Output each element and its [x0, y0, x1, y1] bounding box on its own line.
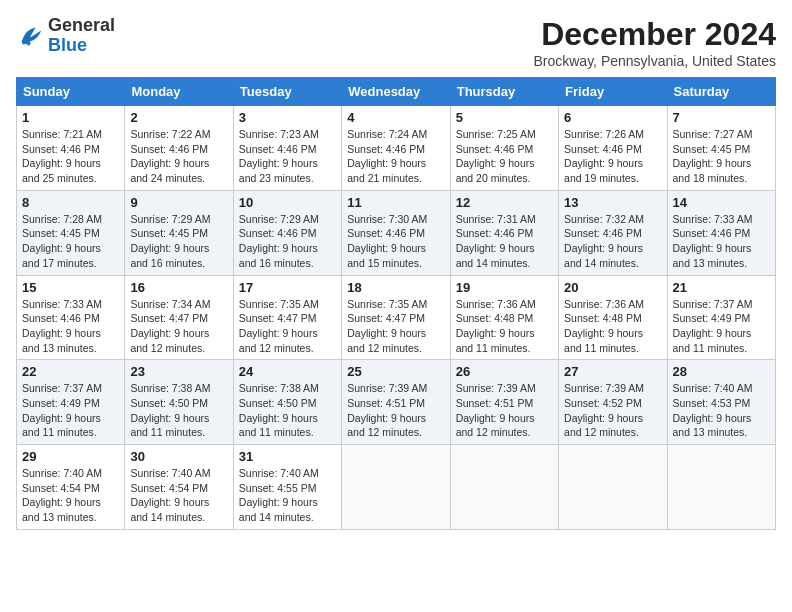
calendar-day-header: Sunday: [17, 78, 125, 106]
calendar-day-header: Thursday: [450, 78, 558, 106]
day-info: Sunrise: 7:27 AMSunset: 4:45 PMDaylight:…: [673, 127, 770, 186]
day-info: Sunrise: 7:35 AMSunset: 4:47 PMDaylight:…: [347, 297, 444, 356]
calendar-day-header: Saturday: [667, 78, 775, 106]
calendar-header-row: SundayMondayTuesdayWednesdayThursdayFrid…: [17, 78, 776, 106]
day-info: Sunrise: 7:37 AMSunset: 4:49 PMDaylight:…: [673, 297, 770, 356]
calendar-day-cell: 27Sunrise: 7:39 AMSunset: 4:52 PMDayligh…: [559, 360, 667, 445]
calendar-week-row: 1Sunrise: 7:21 AMSunset: 4:46 PMDaylight…: [17, 106, 776, 191]
calendar-day-cell: 4Sunrise: 7:24 AMSunset: 4:46 PMDaylight…: [342, 106, 450, 191]
day-number: 5: [456, 110, 553, 125]
calendar-day-cell: 20Sunrise: 7:36 AMSunset: 4:48 PMDayligh…: [559, 275, 667, 360]
day-number: 11: [347, 195, 444, 210]
calendar-body: 1Sunrise: 7:21 AMSunset: 4:46 PMDaylight…: [17, 106, 776, 530]
day-number: 31: [239, 449, 336, 464]
day-info: Sunrise: 7:32 AMSunset: 4:46 PMDaylight:…: [564, 212, 661, 271]
day-number: 6: [564, 110, 661, 125]
day-number: 30: [130, 449, 227, 464]
day-number: 15: [22, 280, 119, 295]
day-number: 8: [22, 195, 119, 210]
day-info: Sunrise: 7:40 AMSunset: 4:54 PMDaylight:…: [130, 466, 227, 525]
day-info: Sunrise: 7:23 AMSunset: 4:46 PMDaylight:…: [239, 127, 336, 186]
calendar-day-cell: 24Sunrise: 7:38 AMSunset: 4:50 PMDayligh…: [233, 360, 341, 445]
calendar-day-header: Tuesday: [233, 78, 341, 106]
day-number: 2: [130, 110, 227, 125]
calendar-day-cell: 11Sunrise: 7:30 AMSunset: 4:46 PMDayligh…: [342, 190, 450, 275]
calendar-day-cell: 25Sunrise: 7:39 AMSunset: 4:51 PMDayligh…: [342, 360, 450, 445]
calendar-day-cell: 16Sunrise: 7:34 AMSunset: 4:47 PMDayligh…: [125, 275, 233, 360]
day-info: Sunrise: 7:25 AMSunset: 4:46 PMDaylight:…: [456, 127, 553, 186]
title-block: December 2024 Brockway, Pennsylvania, Un…: [533, 16, 776, 69]
logo-general-text: General: [48, 16, 115, 36]
calendar-day-cell: 18Sunrise: 7:35 AMSunset: 4:47 PMDayligh…: [342, 275, 450, 360]
calendar-week-row: 29Sunrise: 7:40 AMSunset: 4:54 PMDayligh…: [17, 445, 776, 530]
calendar-day-cell: 8Sunrise: 7:28 AMSunset: 4:45 PMDaylight…: [17, 190, 125, 275]
day-number: 1: [22, 110, 119, 125]
calendar-day-cell: 9Sunrise: 7:29 AMSunset: 4:45 PMDaylight…: [125, 190, 233, 275]
day-info: Sunrise: 7:36 AMSunset: 4:48 PMDaylight:…: [564, 297, 661, 356]
calendar-day-cell: 26Sunrise: 7:39 AMSunset: 4:51 PMDayligh…: [450, 360, 558, 445]
calendar-day-cell: 23Sunrise: 7:38 AMSunset: 4:50 PMDayligh…: [125, 360, 233, 445]
day-number: 21: [673, 280, 770, 295]
day-info: Sunrise: 7:26 AMSunset: 4:46 PMDaylight:…: [564, 127, 661, 186]
day-number: 22: [22, 364, 119, 379]
day-number: 12: [456, 195, 553, 210]
calendar-day-header: Monday: [125, 78, 233, 106]
calendar-day-cell: 3Sunrise: 7:23 AMSunset: 4:46 PMDaylight…: [233, 106, 341, 191]
calendar-day-cell: [450, 445, 558, 530]
calendar-table: SundayMondayTuesdayWednesdayThursdayFrid…: [16, 77, 776, 530]
calendar-day-header: Friday: [559, 78, 667, 106]
day-info: Sunrise: 7:28 AMSunset: 4:45 PMDaylight:…: [22, 212, 119, 271]
day-info: Sunrise: 7:40 AMSunset: 4:53 PMDaylight:…: [673, 381, 770, 440]
day-info: Sunrise: 7:39 AMSunset: 4:52 PMDaylight:…: [564, 381, 661, 440]
day-number: 19: [456, 280, 553, 295]
day-info: Sunrise: 7:29 AMSunset: 4:45 PMDaylight:…: [130, 212, 227, 271]
calendar-day-cell: [342, 445, 450, 530]
calendar-day-cell: 31Sunrise: 7:40 AMSunset: 4:55 PMDayligh…: [233, 445, 341, 530]
day-number: 4: [347, 110, 444, 125]
day-number: 7: [673, 110, 770, 125]
day-number: 3: [239, 110, 336, 125]
calendar-day-cell: [667, 445, 775, 530]
day-number: 25: [347, 364, 444, 379]
day-info: Sunrise: 7:40 AMSunset: 4:55 PMDaylight:…: [239, 466, 336, 525]
day-info: Sunrise: 7:21 AMSunset: 4:46 PMDaylight:…: [22, 127, 119, 186]
calendar-day-cell: 2Sunrise: 7:22 AMSunset: 4:46 PMDaylight…: [125, 106, 233, 191]
day-number: 10: [239, 195, 336, 210]
day-info: Sunrise: 7:36 AMSunset: 4:48 PMDaylight:…: [456, 297, 553, 356]
page-header: General Blue December 2024 Brockway, Pen…: [16, 16, 776, 69]
calendar-week-row: 22Sunrise: 7:37 AMSunset: 4:49 PMDayligh…: [17, 360, 776, 445]
day-number: 24: [239, 364, 336, 379]
calendar-day-cell: 30Sunrise: 7:40 AMSunset: 4:54 PMDayligh…: [125, 445, 233, 530]
month-title: December 2024: [533, 16, 776, 53]
calendar-day-cell: [559, 445, 667, 530]
day-info: Sunrise: 7:37 AMSunset: 4:49 PMDaylight:…: [22, 381, 119, 440]
logo-bird-icon: [16, 22, 44, 50]
calendar-day-cell: 28Sunrise: 7:40 AMSunset: 4:53 PMDayligh…: [667, 360, 775, 445]
calendar-day-cell: 1Sunrise: 7:21 AMSunset: 4:46 PMDaylight…: [17, 106, 125, 191]
calendar-day-cell: 10Sunrise: 7:29 AMSunset: 4:46 PMDayligh…: [233, 190, 341, 275]
calendar-day-cell: 13Sunrise: 7:32 AMSunset: 4:46 PMDayligh…: [559, 190, 667, 275]
day-number: 29: [22, 449, 119, 464]
day-number: 28: [673, 364, 770, 379]
day-number: 17: [239, 280, 336, 295]
day-info: Sunrise: 7:39 AMSunset: 4:51 PMDaylight:…: [347, 381, 444, 440]
calendar-day-cell: 7Sunrise: 7:27 AMSunset: 4:45 PMDaylight…: [667, 106, 775, 191]
calendar-day-cell: 12Sunrise: 7:31 AMSunset: 4:46 PMDayligh…: [450, 190, 558, 275]
day-info: Sunrise: 7:24 AMSunset: 4:46 PMDaylight:…: [347, 127, 444, 186]
day-number: 26: [456, 364, 553, 379]
calendar-day-cell: 15Sunrise: 7:33 AMSunset: 4:46 PMDayligh…: [17, 275, 125, 360]
day-info: Sunrise: 7:33 AMSunset: 4:46 PMDaylight:…: [22, 297, 119, 356]
calendar-day-cell: 29Sunrise: 7:40 AMSunset: 4:54 PMDayligh…: [17, 445, 125, 530]
day-info: Sunrise: 7:38 AMSunset: 4:50 PMDaylight:…: [239, 381, 336, 440]
calendar-day-cell: 17Sunrise: 7:35 AMSunset: 4:47 PMDayligh…: [233, 275, 341, 360]
calendar-day-header: Wednesday: [342, 78, 450, 106]
location-subtitle: Brockway, Pennsylvania, United States: [533, 53, 776, 69]
calendar-day-cell: 19Sunrise: 7:36 AMSunset: 4:48 PMDayligh…: [450, 275, 558, 360]
day-info: Sunrise: 7:33 AMSunset: 4:46 PMDaylight:…: [673, 212, 770, 271]
day-info: Sunrise: 7:31 AMSunset: 4:46 PMDaylight:…: [456, 212, 553, 271]
day-number: 20: [564, 280, 661, 295]
day-number: 13: [564, 195, 661, 210]
day-number: 27: [564, 364, 661, 379]
day-info: Sunrise: 7:35 AMSunset: 4:47 PMDaylight:…: [239, 297, 336, 356]
day-info: Sunrise: 7:38 AMSunset: 4:50 PMDaylight:…: [130, 381, 227, 440]
